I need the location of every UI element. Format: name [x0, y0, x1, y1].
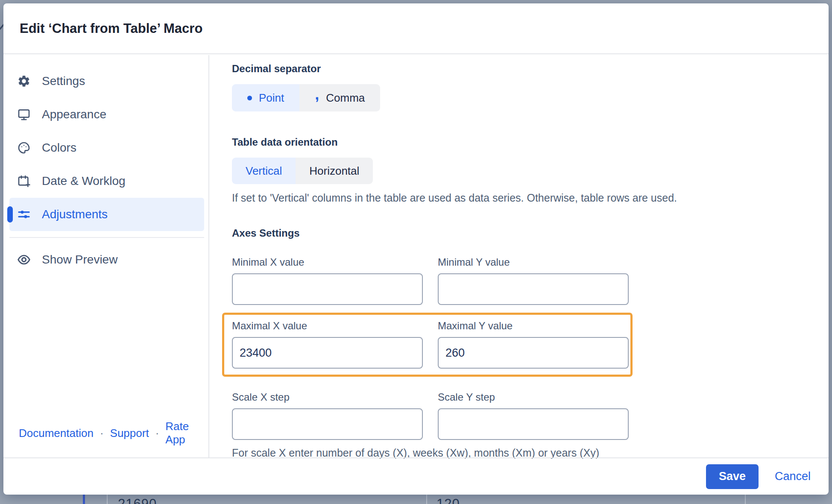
segment-label: Point — [259, 91, 284, 105]
segment-comma[interactable]: , Comma — [299, 84, 380, 111]
background-table-border — [107, 494, 108, 504]
sidebar-item-adjustments[interactable]: Adjustments — [9, 198, 204, 231]
gear-icon — [17, 74, 31, 88]
minimal-y-field: Minimal Y value — [438, 256, 629, 305]
segment-vertical[interactable]: Vertical — [232, 158, 296, 184]
scale-y-label: Scale Y step — [438, 391, 629, 403]
dialog-sidebar: Settings Appearance — [3, 55, 209, 457]
minimal-x-label: Minimal X value — [232, 256, 423, 268]
background-table-border — [83, 494, 85, 504]
segment-horizontal[interactable]: Horizontal — [296, 158, 373, 184]
sidebar-item-label: Settings — [42, 74, 85, 88]
documentation-link[interactable]: Documentation — [19, 427, 94, 440]
background-table-border — [426, 494, 427, 504]
monitor-icon — [17, 108, 31, 121]
sliders-icon — [17, 208, 31, 221]
segment-point[interactable]: Point — [232, 84, 299, 111]
scale-x-label: Scale X step — [232, 391, 423, 403]
sidebar-item-colors[interactable]: Colors — [9, 131, 204, 164]
sidebar-item-label: Date & Worklog — [42, 174, 126, 188]
background-table-cell: 120 — [437, 496, 460, 504]
sidebar-item-label: Appearance — [42, 108, 106, 121]
sidebar-item-settings[interactable]: Settings — [9, 64, 204, 98]
orientation-toggle: Vertical Horizontal — [232, 158, 373, 184]
scale-y-input[interactable] — [438, 408, 629, 440]
sidebar-item-date-worklog[interactable]: Date & Worklog — [9, 164, 204, 198]
minimal-y-label: Minimal Y value — [438, 256, 629, 268]
maximal-x-label: Maximal X value — [232, 320, 423, 332]
calendar-plus-icon — [17, 174, 31, 188]
sidebar-item-label: Adjustments — [42, 208, 108, 221]
maximal-y-input[interactable] — [438, 337, 629, 369]
orientation-label: Table data orientation — [232, 136, 829, 148]
eye-icon — [17, 253, 31, 267]
scale-x-input[interactable] — [232, 408, 423, 440]
background-table-cell: 21690 — [118, 496, 157, 504]
dot-separator: · — [100, 427, 104, 440]
point-icon — [247, 96, 252, 100]
decimal-separator-label: Decimal separator — [232, 63, 829, 75]
maximal-values-highlight-box: Maximal X value Maximal Y value — [222, 313, 633, 377]
sidebar-item-appearance[interactable]: Appearance — [9, 98, 204, 131]
maximal-y-label: Maximal Y value — [438, 320, 629, 332]
cancel-button[interactable]: Cancel — [775, 470, 811, 483]
segment-label: Comma — [326, 91, 365, 105]
segment-label: Horizontal — [309, 164, 359, 178]
rate-app-link[interactable]: Rate App — [165, 420, 208, 446]
sidebar-item-label: Colors — [42, 141, 76, 155]
dialog-header: Edit ‘Chart from Table’ Macro — [3, 3, 829, 54]
scale-y-field: Scale Y step — [438, 391, 629, 440]
dialog-title: Edit ‘Chart from Table’ Macro — [20, 21, 202, 36]
dialog-footer: Save Cancel — [3, 457, 829, 495]
support-link[interactable]: Support — [110, 427, 149, 440]
maximal-x-input[interactable] — [232, 337, 423, 369]
background-table-border — [745, 494, 746, 504]
maximal-y-field: Maximal Y value — [438, 320, 629, 369]
palette-icon — [17, 141, 31, 155]
dot-separator: · — [155, 427, 159, 440]
selected-indicator — [7, 206, 13, 223]
sidebar-item-show-preview[interactable]: Show Preview — [9, 243, 204, 276]
segment-label: Vertical — [246, 164, 282, 178]
sidebar-divider — [9, 237, 204, 238]
minimal-x-input[interactable] — [232, 273, 423, 305]
minimal-y-input[interactable] — [438, 273, 629, 305]
sidebar-footer-links: Documentation · Support · Rate App — [19, 420, 208, 446]
scale-x-field: Scale X step — [232, 391, 423, 440]
sidebar-item-label: Show Preview — [42, 253, 117, 267]
decimal-separator-toggle: Point , Comma — [232, 84, 380, 111]
maximal-x-field: Maximal X value — [232, 320, 423, 369]
minimal-x-field: Minimal X value — [232, 256, 423, 305]
edit-macro-dialog: Edit ‘Chart from Table’ Macro Settings — [3, 3, 829, 495]
axes-settings-label: Axes Settings — [232, 227, 829, 239]
dialog-content: Decimal separator Point , Comma Table da… — [209, 55, 829, 457]
save-button[interactable]: Save — [706, 464, 759, 489]
orientation-hint: If set to 'Vertical' columns in the tabl… — [232, 192, 829, 204]
